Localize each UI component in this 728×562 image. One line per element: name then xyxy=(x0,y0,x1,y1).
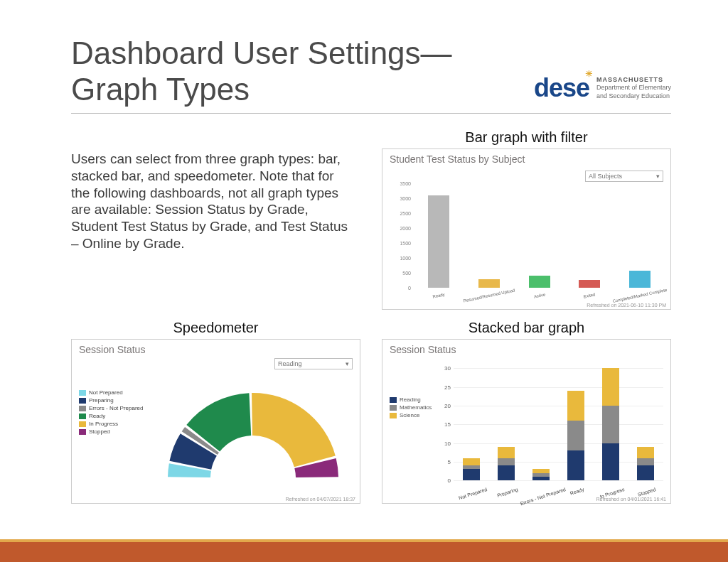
legend-swatch xyxy=(79,429,86,435)
x-tick: Exited xyxy=(583,293,596,299)
stack-segment xyxy=(637,458,654,466)
stack-segment xyxy=(637,465,654,480)
stacked-column xyxy=(637,447,654,480)
sun-icon: ☀ xyxy=(585,69,592,79)
stack-segment xyxy=(498,447,515,458)
legend-item: In Progress xyxy=(79,421,143,427)
stack-segment xyxy=(602,368,619,406)
slide-header: Dashboard User Settings—Graph Types dese… xyxy=(71,36,671,114)
y-tick: 15 xyxy=(444,421,454,428)
speedometer-gauge xyxy=(161,379,346,485)
stacked-column xyxy=(567,391,584,480)
bar xyxy=(579,280,600,288)
body-paragraph: Users can select from three graph types:… xyxy=(71,151,348,252)
x-tick: Ready xyxy=(432,292,445,298)
refreshed-label: Refreshed on 04/01/2021 16:41 xyxy=(596,497,666,502)
gridline xyxy=(454,443,663,444)
chevron-down-icon: ▾ xyxy=(346,360,349,367)
legend-swatch xyxy=(79,414,86,419)
bar xyxy=(428,195,449,288)
legend-item: Science xyxy=(390,412,432,418)
y-tick: 2500 xyxy=(400,211,414,216)
legend-item: Not Prepared xyxy=(79,389,143,396)
subject-filter-dropdown[interactable]: All Subjects▾ xyxy=(585,171,663,182)
panel-title: Session Status xyxy=(382,340,670,360)
legend-swatch xyxy=(79,390,86,396)
legend-label: Science xyxy=(400,412,419,418)
y-tick: 30 xyxy=(444,365,454,372)
stack-segment xyxy=(498,465,515,480)
bar xyxy=(478,279,500,288)
legend-label: Stopped xyxy=(89,428,110,435)
stack-segment xyxy=(532,477,550,480)
x-tick: Errors - Not Prepared xyxy=(520,487,567,506)
refreshed-label: Refreshed on 2021-06-10 11:30 PM xyxy=(587,303,666,308)
panel-title: Session Status xyxy=(72,340,360,360)
y-tick: 3500 xyxy=(400,181,414,186)
stacked-column xyxy=(532,469,550,480)
x-tick: Not Prepared xyxy=(458,487,488,501)
y-tick: 500 xyxy=(402,271,414,276)
x-tick: Resumed/Resumed Upload xyxy=(463,288,515,303)
gauge-segment xyxy=(252,393,336,467)
stacked-bar-panel: Session Status ReadingMathematicsScience… xyxy=(382,339,671,504)
legend-item: Preparing xyxy=(79,397,143,404)
y-tick: 10 xyxy=(444,440,454,446)
legend-item: Ready xyxy=(79,413,143,419)
x-tick: Stopped xyxy=(638,487,657,497)
bar-chart: 0500100015002000250030003500ReadyResumed… xyxy=(414,183,665,288)
subject-filter-dropdown[interactable]: Reading▾ xyxy=(274,358,353,369)
legend-label: Errors - Not Prepared xyxy=(89,405,143,411)
logo-mark: dese ☀ xyxy=(534,73,589,103)
legend-swatch xyxy=(79,406,86,411)
stack-segment xyxy=(463,469,480,480)
legend-item: Errors - Not Prepared xyxy=(79,405,143,411)
bar xyxy=(629,271,651,288)
y-tick: 0 xyxy=(448,477,454,484)
speedometer-legend: Not PreparedPreparingErrors - Not Prepar… xyxy=(79,389,143,436)
bar xyxy=(529,276,550,288)
stack-segment xyxy=(463,458,480,466)
y-tick: 1500 xyxy=(400,241,414,246)
stack-segment xyxy=(602,406,619,443)
legend-swatch xyxy=(390,413,397,418)
stacked-column xyxy=(498,447,515,480)
legend-label: In Progress xyxy=(89,421,118,427)
stacked-column xyxy=(463,458,480,481)
legend-item: Reading xyxy=(390,396,432,403)
legend-label: Reading xyxy=(400,396,421,403)
page-title: Dashboard User Settings—Graph Types xyxy=(71,36,534,107)
logo-text: MASSACHUSETTS Department of Elementary a… xyxy=(596,76,671,101)
stack-segment xyxy=(567,391,584,421)
stack-segment xyxy=(602,443,619,481)
y-tick: 3000 xyxy=(400,196,414,201)
legend-label: Ready xyxy=(89,413,105,419)
legend-swatch xyxy=(79,398,86,404)
stack-segment xyxy=(567,450,584,480)
stack-segment xyxy=(498,458,515,466)
refreshed-label: Refreshed on 04/07/2021 18:37 xyxy=(286,497,355,502)
y-tick: 2000 xyxy=(400,226,414,231)
legend-label: Mathematics xyxy=(400,404,432,411)
panel-title: Student Test Status by Subject xyxy=(382,149,670,169)
gauge-segment xyxy=(186,393,251,451)
y-tick: 20 xyxy=(444,402,454,409)
legend-item: Mathematics xyxy=(390,404,432,411)
gridline xyxy=(454,387,663,388)
stack-segment xyxy=(567,421,584,450)
x-tick: Active xyxy=(533,293,545,299)
x-tick: Completed/Marked Complete xyxy=(612,288,668,303)
legend-item: Stopped xyxy=(79,428,143,435)
gridline xyxy=(454,462,663,463)
caption-bar: Bar graph with filter xyxy=(382,129,671,146)
y-tick: 0 xyxy=(408,286,414,291)
x-tick: Ready xyxy=(569,487,584,496)
gridline xyxy=(454,480,663,481)
y-tick: 5 xyxy=(448,458,454,465)
bar-chart-panel: Student Test Status by Subject All Subje… xyxy=(382,148,671,310)
y-tick: 25 xyxy=(444,384,454,390)
y-tick: 1000 xyxy=(400,256,414,261)
stacked-column xyxy=(602,368,619,480)
x-tick: Preparing xyxy=(496,487,518,498)
legend-swatch xyxy=(79,421,86,427)
